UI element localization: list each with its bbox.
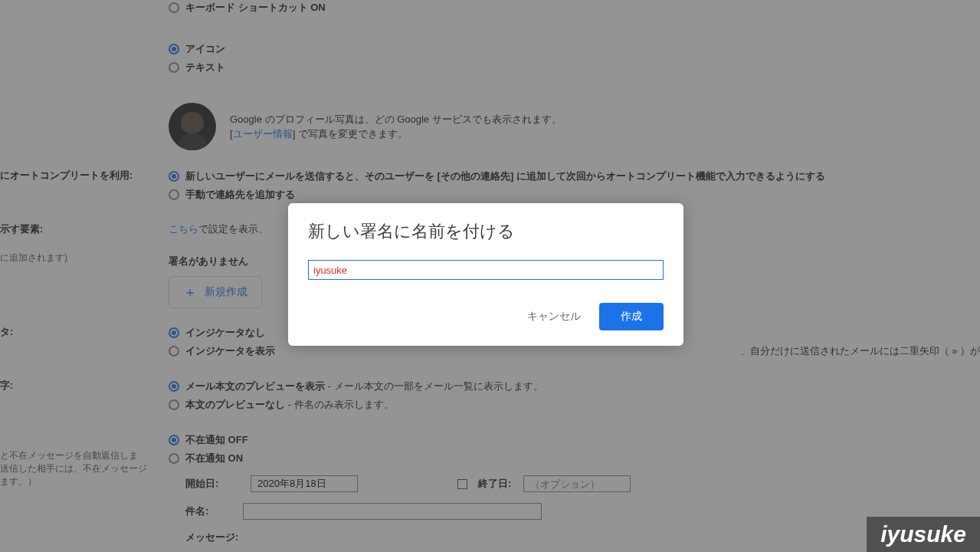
- signature-name-input[interactable]: [308, 260, 664, 280]
- modal-title: 新しい署名に名前を付ける: [308, 220, 664, 243]
- signature-name-modal: 新しい署名に名前を付ける キャンセル 作成: [288, 203, 683, 346]
- create-button[interactable]: 作成: [599, 303, 664, 330]
- watermark: iyusuke: [867, 517, 980, 552]
- cancel-button[interactable]: キャンセル: [516, 303, 592, 330]
